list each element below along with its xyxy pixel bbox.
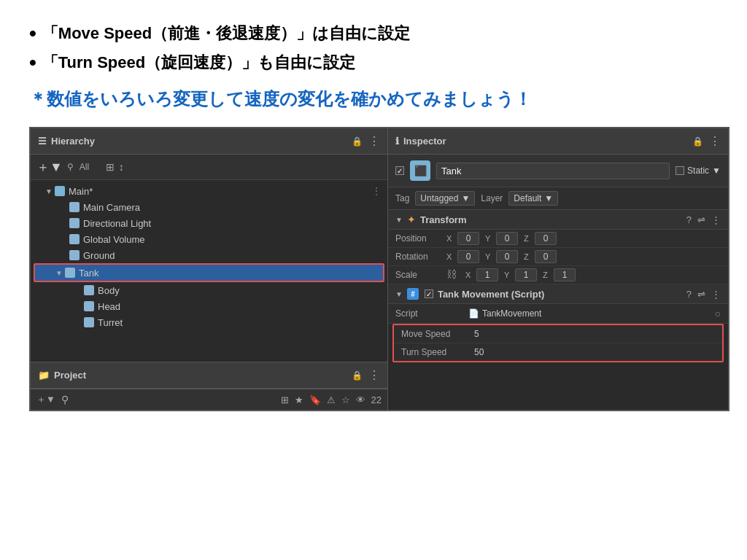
cube-3d-icon: ⬛ bbox=[414, 165, 427, 176]
object-cube-icon: ⬛ bbox=[410, 160, 430, 181]
hierarchy-grid-icon: ⊞ bbox=[106, 161, 115, 173]
position-z-value[interactable]: 0 bbox=[535, 232, 557, 245]
tree-item-global-volume[interactable]: Global Volume bbox=[31, 231, 387, 247]
tree-item-ground[interactable]: Ground bbox=[31, 247, 387, 263]
position-z-item: Z 0 bbox=[524, 232, 557, 245]
position-x-item: X 0 bbox=[446, 232, 479, 245]
position-y-value[interactable]: 0 bbox=[496, 232, 518, 245]
tree-label-head: Head bbox=[98, 301, 120, 312]
camera-icon bbox=[69, 201, 80, 213]
project-search-icon: ⚲ bbox=[61, 394, 69, 405]
rotation-x-item: X 0 bbox=[446, 250, 479, 263]
light-icon bbox=[69, 217, 80, 229]
rotation-x-value[interactable]: 0 bbox=[457, 250, 479, 263]
bullet-text-2: 「Turn Speed（旋回速度）」も自由に設定 bbox=[42, 52, 355, 74]
inspector-body: ✓ ⬛ Static ▼ Tag Untagged bbox=[388, 155, 728, 410]
main-more-icon[interactable]: ⋮ bbox=[371, 185, 382, 197]
script-filename[interactable]: TankMovement bbox=[482, 308, 541, 319]
project-toolbar: ＋▼ ⚲ ⊞ ★ 🔖 ⚠ ☆ 👁 22 bbox=[31, 389, 387, 410]
project-warning-icon: ⚠ bbox=[327, 394, 336, 405]
transform-collapse-icon[interactable]: ▼ bbox=[395, 216, 403, 224]
tank-selection-border: ▼ Tank bbox=[34, 263, 384, 282]
object-name-input[interactable] bbox=[436, 163, 670, 179]
scale-y-item: Y 1 bbox=[504, 268, 537, 281]
scale-xyz: ⛓ X 1 Y 1 Z 1 bbox=[446, 268, 721, 281]
inspector-header-right: 🔒 ⋮ bbox=[692, 134, 721, 148]
project-add-button[interactable]: ＋▼ bbox=[36, 393, 55, 406]
info-icon: ℹ bbox=[395, 136, 399, 147]
hierarchy-tree: ▼ Main* ⋮ Main Camera bbox=[31, 180, 387, 362]
script-label: Script bbox=[395, 308, 468, 319]
project-eye-count: 22 bbox=[371, 394, 382, 405]
main-icon bbox=[54, 185, 66, 197]
position-x-value[interactable]: 0 bbox=[457, 232, 479, 245]
turn-speed-value[interactable]: 50 bbox=[474, 347, 533, 357]
tree-label-turret: Turret bbox=[98, 317, 123, 328]
position-xyz: X 0 Y 0 Z 0 bbox=[446, 232, 721, 245]
tag-label: Tag bbox=[395, 193, 409, 203]
hierarchy-toolbar-icons: ⊞ ↕ bbox=[106, 161, 124, 173]
script-link-icon: ○ bbox=[715, 308, 721, 319]
scale-x-value[interactable]: 1 bbox=[476, 268, 498, 281]
scale-y-value[interactable]: 1 bbox=[515, 268, 537, 281]
hierarchy-add-button[interactable]: ＋▼ bbox=[36, 158, 63, 176]
transform-title: Transform bbox=[420, 214, 682, 225]
rotation-y-item: Y 0 bbox=[485, 250, 518, 263]
rotation-y-label: Y bbox=[485, 252, 494, 261]
hierarchy-panel: ☰ Hierarchy 🔒 ⋮ ＋▼ ⚲ All ⊞ ↕ bbox=[31, 128, 388, 410]
script-active-checkbox[interactable]: ✓ bbox=[425, 289, 433, 298]
inspector-lock-icon: 🔒 bbox=[692, 136, 703, 147]
highlighted-speed-fields: Move Speed 5 Turn Speed 50 bbox=[392, 324, 724, 362]
inspector-more-icon[interactable]: ⋮ bbox=[709, 134, 721, 148]
scale-x-item: X 1 bbox=[465, 268, 498, 281]
bullet-item-2: 「Turn Speed（旋回速度）」も自由に設定 bbox=[29, 51, 718, 74]
turret-icon bbox=[83, 316, 95, 328]
transform-more-icon[interactable]: ⋮ bbox=[711, 214, 721, 225]
tree-item-main-camera[interactable]: Main Camera bbox=[31, 199, 387, 215]
static-checkbox[interactable] bbox=[676, 166, 684, 175]
object-active-checkbox[interactable]: ✓ bbox=[395, 166, 404, 175]
tree-item-directional-light[interactable]: Directional Light bbox=[31, 215, 387, 231]
tree-item-main[interactable]: ▼ Main* ⋮ bbox=[31, 183, 387, 199]
rotation-y-value[interactable]: 0 bbox=[496, 250, 518, 263]
project-header: 📁 Project 🔒 ⋮ bbox=[31, 362, 387, 389]
tag-value: Untagged bbox=[420, 193, 458, 203]
rotation-x-label: X bbox=[446, 252, 455, 261]
project-more-icon[interactable]: ⋮ bbox=[368, 368, 380, 382]
transform-section-header: ▼ ✦ Transform ? ⇌ ⋮ bbox=[388, 210, 728, 230]
project-title: Project bbox=[54, 370, 86, 381]
rotation-z-value[interactable]: 0 bbox=[535, 250, 557, 263]
rotation-xyz: X 0 Y 0 Z 0 bbox=[446, 250, 721, 263]
project-folder-icon: 📁 bbox=[38, 370, 50, 381]
scale-z-value[interactable]: 1 bbox=[554, 268, 576, 281]
script-more-icon[interactable]: ⋮ bbox=[711, 289, 721, 300]
transform-settings-icon[interactable]: ⇌ bbox=[697, 214, 705, 225]
scale-x-label: X bbox=[465, 271, 474, 279]
tree-item-head[interactable]: Head bbox=[31, 298, 387, 314]
tree-item-tank[interactable]: ▼ Tank bbox=[35, 265, 383, 281]
project-lock-icon: 🔒 bbox=[352, 370, 363, 381]
script-section-icons: ? ⇌ ⋮ bbox=[686, 289, 721, 300]
static-dropdown-arrow[interactable]: ▼ bbox=[712, 166, 721, 176]
script-settings-icon[interactable]: ⇌ bbox=[697, 289, 705, 300]
hierarchy-more-icon[interactable]: ⋮ bbox=[368, 134, 380, 148]
position-y-label: Y bbox=[485, 234, 494, 243]
move-speed-row: Move Speed 5 bbox=[394, 325, 722, 343]
tree-label-tank: Tank bbox=[79, 268, 98, 279]
scale-z-label: Z bbox=[543, 271, 551, 279]
tag-dropdown[interactable]: Untagged ▼ bbox=[415, 191, 475, 206]
inspector-panel: ℹ Inspector 🔒 ⋮ ✓ ⬛ bbox=[388, 128, 728, 410]
tree-item-body[interactable]: Body bbox=[31, 282, 387, 298]
script-collapse-icon[interactable]: ▼ bbox=[395, 290, 403, 298]
inspector-title: Inspector bbox=[403, 136, 446, 147]
tag-layer-row: Tag Untagged ▼ Layer Default ▼ bbox=[388, 187, 728, 210]
project-section: 📁 Project 🔒 ⋮ ＋▼ ⚲ ⊞ ★ bbox=[31, 362, 387, 410]
project-header-right: 🔒 ⋮ bbox=[352, 368, 380, 382]
body-icon bbox=[83, 284, 95, 296]
move-speed-value[interactable]: 5 bbox=[474, 329, 533, 339]
tree-label-main-camera: Main Camera bbox=[83, 202, 140, 213]
hierarchy-header-right: 🔒 ⋮ bbox=[352, 134, 380, 148]
hierarchy-lock-icon: 🔒 bbox=[352, 136, 363, 147]
tree-item-turret[interactable]: Turret bbox=[31, 314, 387, 330]
layer-dropdown[interactable]: Default ▼ bbox=[508, 191, 558, 206]
